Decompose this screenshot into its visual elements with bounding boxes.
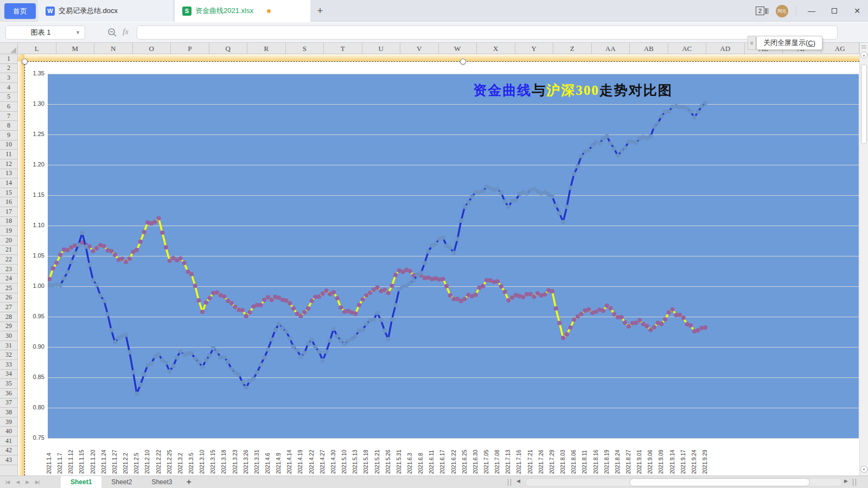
name-box[interactable]: 图表 1 ▼ [5, 25, 85, 40]
row-number[interactable]: 28 [0, 312, 17, 322]
column-header[interactable]: V [400, 43, 439, 54]
row-number[interactable]: 26 [0, 293, 17, 303]
row-number[interactable]: 43 [0, 455, 17, 465]
fullscreen-toolbar-button[interactable]: ≡ [748, 36, 756, 50]
document-tab[interactable]: W交易记录总结.docx [38, 0, 174, 22]
chart-resize-handle[interactable] [22, 59, 28, 65]
add-sheet-button[interactable]: + [186, 476, 191, 488]
home-tab[interactable]: 首页 [4, 3, 36, 19]
row-number[interactable]: 37 [0, 399, 17, 408]
document-tab[interactable]: S资金曲线2021.xlsx [175, 0, 310, 22]
row-number[interactable]: 2 [0, 64, 17, 74]
column-header[interactable]: AD [706, 43, 745, 54]
row-number[interactable]: 36 [0, 389, 17, 399]
data-point [237, 373, 241, 377]
row-number[interactable]: 15 [0, 188, 17, 198]
row-number[interactable]: 9 [0, 131, 17, 140]
chart-resize-handle[interactable] [460, 59, 466, 65]
column-header[interactable]: S [286, 43, 324, 54]
column-header[interactable]: AA [592, 43, 630, 54]
scroll-right-icon[interactable]: ▶ [844, 478, 848, 484]
close-button[interactable]: ✕ [850, 3, 865, 18]
row-number[interactable]: 41 [0, 436, 17, 446]
select-all-corner[interactable] [0, 43, 18, 54]
row-number[interactable]: 17 [0, 207, 17, 217]
row-number[interactable]: 30 [0, 331, 17, 341]
prev-sheet-button[interactable]: ◀ [16, 479, 19, 485]
column-header[interactable]: X [477, 43, 515, 54]
maximize-button[interactable] [827, 3, 842, 18]
row-number[interactable]: 3 [0, 73, 17, 83]
pane-splitter[interactable] [508, 479, 511, 486]
formula-input[interactable] [137, 25, 838, 40]
row-number[interactable]: 14 [0, 178, 17, 188]
vertical-scrollbar-thumb[interactable] [861, 64, 867, 144]
scroll-down-icon[interactable]: ▼ [860, 466, 867, 473]
column-header[interactable]: T [324, 43, 362, 54]
row-number[interactable]: 39 [0, 418, 17, 427]
column-header[interactable]: O [133, 43, 171, 54]
row-number[interactable]: 5 [0, 93, 17, 102]
zoom-out-icon[interactable] [107, 28, 117, 37]
row-number[interactable]: 23 [0, 265, 17, 274]
row-number[interactable]: 12 [0, 159, 17, 169]
row-number[interactable]: 8 [0, 121, 17, 131]
column-header[interactable]: M [56, 43, 95, 54]
avatar[interactable]: 阿元 [776, 5, 788, 17]
chart-object[interactable]: 1.351.301.251.201.151.101.051.000.950.90… [25, 62, 859, 476]
scroll-left-icon[interactable]: ◀ [516, 478, 520, 484]
column-header[interactable]: P [171, 43, 209, 54]
row-number[interactable]: 20 [0, 236, 17, 246]
row-number[interactable]: 31 [0, 341, 17, 351]
row-number[interactable]: 32 [0, 350, 17, 360]
minimize-button[interactable]: — [804, 3, 819, 18]
column-header[interactable]: U [362, 43, 401, 54]
row-number[interactable]: 42 [0, 446, 17, 456]
row-number[interactable]: 21 [0, 246, 17, 255]
row-number[interactable]: 29 [0, 322, 17, 332]
column-header[interactable]: AG [821, 43, 860, 54]
row-number[interactable]: 4 [0, 83, 17, 93]
row-number[interactable]: 33 [0, 360, 17, 370]
column-header[interactable]: Z [553, 43, 592, 54]
row-number[interactable]: 7 [0, 112, 17, 121]
row-number[interactable]: 40 [0, 427, 17, 436]
vertical-scrollbar[interactable]: ▲ ▼ [859, 43, 868, 476]
column-header[interactable]: L [18, 43, 56, 54]
column-header[interactable]: Y [515, 43, 554, 54]
row-number[interactable]: 24 [0, 274, 17, 284]
chevron-down-icon[interactable]: ▼ [75, 30, 80, 35]
row-number[interactable]: 16 [0, 197, 17, 207]
row-number[interactable]: 1 [0, 54, 17, 64]
horizontal-scrollbar-thumb[interactable] [629, 478, 810, 486]
next-sheet-button[interactable]: ▶ [25, 479, 29, 485]
sheet-tab-sheet1[interactable]: Sheet1 [61, 476, 101, 488]
first-sheet-button[interactable]: |◀ [5, 479, 9, 485]
pane-splitter-vertical[interactable] [861, 46, 866, 48]
column-header[interactable]: Q [209, 43, 248, 54]
sheet-tab-sheet3[interactable]: Sheet3 [142, 476, 182, 488]
row-number[interactable]: 25 [0, 284, 17, 293]
row-number[interactable]: 22 [0, 255, 17, 265]
column-header[interactable]: N [94, 43, 133, 54]
row-number[interactable]: 6 [0, 102, 17, 112]
row-number[interactable]: 18 [0, 217, 17, 227]
column-header[interactable]: AC [668, 43, 707, 54]
row-number[interactable]: 35 [0, 379, 17, 389]
last-sheet-button[interactable]: ▶| [35, 479, 39, 485]
row-number[interactable]: 19 [0, 226, 17, 236]
window-switcher-button[interactable]: 2 [756, 7, 768, 15]
sheet-tab-sheet2[interactable]: Sheet2 [101, 476, 142, 488]
column-header[interactable]: W [439, 43, 477, 54]
column-header[interactable]: R [247, 43, 286, 54]
new-tab-button[interactable]: + [314, 4, 327, 17]
row-number[interactable]: 11 [0, 150, 17, 159]
row-number[interactable]: 38 [0, 408, 17, 418]
column-header[interactable]: AB [630, 43, 668, 54]
pane-splitter[interactable] [853, 479, 856, 486]
row-number[interactable]: 13 [0, 169, 17, 179]
row-number[interactable]: 27 [0, 303, 17, 312]
row-number[interactable]: 10 [0, 140, 17, 150]
scroll-up-icon[interactable]: ▲ [860, 52, 867, 59]
row-number[interactable]: 34 [0, 370, 17, 380]
